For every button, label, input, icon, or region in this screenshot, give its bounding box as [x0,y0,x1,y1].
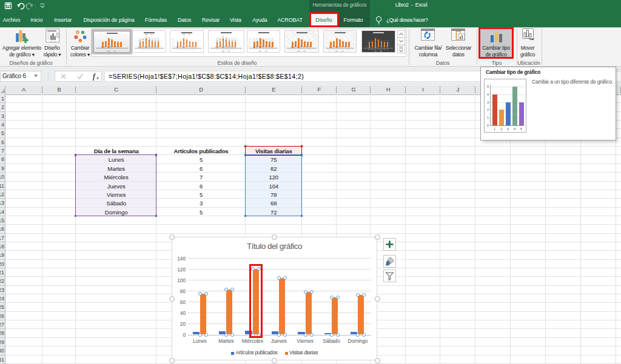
svg-text:f: f [93,72,96,81]
svg-text:x: x [96,75,99,81]
